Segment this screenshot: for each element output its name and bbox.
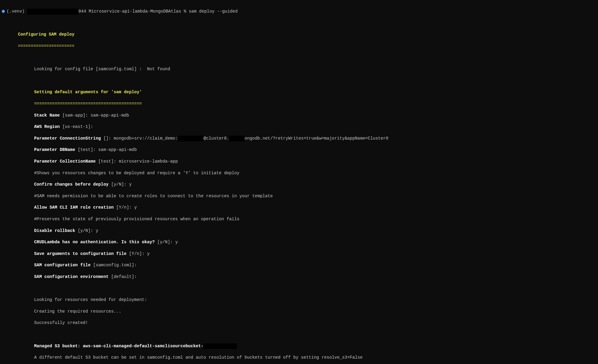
command-executed: sam deploy --guided xyxy=(189,9,238,14)
prompt-line: (.venv) XXXXXXXXXXXXXXXXXXXX044 Microser… xyxy=(2,9,596,14)
comment-line: #Shows you resources changes to be deplo… xyxy=(2,170,596,176)
arg-value: sam-app-api-mdb xyxy=(98,147,137,152)
arg-collection: Parameter CollectionName [test]: microse… xyxy=(2,159,596,164)
redacted-host: XXXXXX xyxy=(229,136,244,141)
arg-aws-region: AWS Region [us-east-1]: xyxy=(2,124,596,130)
arg-default: [sam-app] xyxy=(62,113,85,118)
arg-default: [us-east-1] xyxy=(62,124,90,129)
arg-value-p1: mongodb+srv://claim_demo: xyxy=(114,136,178,141)
prompt-sep: % xyxy=(184,9,186,14)
arg-dbname: Parameter DBName [test]: sam-app-api-mdb xyxy=(2,147,596,153)
arg-label: Stack Name xyxy=(34,113,60,118)
arg-save-args: Save arguments to configuration file [Y/… xyxy=(2,251,596,257)
arg-connection-string: Parameter ConnectionString []: mongodb+s… xyxy=(2,136,596,141)
section-title-setting-defaults: Setting default arguments for 'sam deplo… xyxy=(34,90,142,94)
arg-label: Parameter DBName xyxy=(34,147,75,152)
section-rule: ========================================… xyxy=(34,101,142,106)
arg-value-p2: @cluster0. xyxy=(203,136,229,141)
arg-label: AWS Region xyxy=(34,124,60,129)
comment-line: #Preserves the state of previously provi… xyxy=(2,216,596,222)
arg-default: [] xyxy=(104,136,109,141)
terminal-viewport[interactable]: (.venv) XXXXXXXXXXXXXXXXXXXX044 Microser… xyxy=(0,0,598,364)
managed-s3-bucket-line: Managed S3 bucket: aws-sam-cli-managed-d… xyxy=(2,343,596,349)
arg-sam-config-file: SAM configuration file [samconfig.toml]: xyxy=(2,262,596,268)
arg-iam-role: Allow SAM CLI IAM role creation [Y/n]: y xyxy=(2,205,596,210)
arg-default: [test] xyxy=(98,159,114,164)
bucket-note: A different default S3 bucket can be set… xyxy=(2,355,596,360)
section-title-configuring: Configuring SAM deploy xyxy=(18,32,74,37)
arg-disable-rollback: Disable rollback [y/N]: y xyxy=(2,228,596,234)
arg-confirm-changes: Confirm changes before deploy [y/N]: y xyxy=(2,182,596,187)
arg-stack-name: Stack Name [sam-app]: sam-app-api-mdb xyxy=(2,113,596,118)
arg-label: Parameter CollectionName xyxy=(34,159,96,164)
tab-indicator-icon xyxy=(2,10,5,13)
config-lookup-line: Looking for config file [samconfig.toml]… xyxy=(34,67,170,71)
host-suffix: 044 xyxy=(78,9,86,14)
section-rule: ====================== xyxy=(18,44,74,48)
resource-line: Looking for resources needed for deploym… xyxy=(2,297,596,303)
cwd: Microservice-api-lambda-MongoDBAtlas xyxy=(89,9,181,14)
arg-value: microservice-lambda-app xyxy=(119,159,178,164)
redacted-host: XXXXXXXXXXXXXXXXXXXX xyxy=(27,9,79,14)
arg-value-p3: ongodb.net/?retryWrites=true&w=majority&… xyxy=(245,136,388,141)
redacted-secret: XXXXXXXXXX xyxy=(178,136,204,141)
arg-sam-config-env: SAM configuration environment [default]: xyxy=(2,274,596,280)
arg-label: Parameter ConnectionString xyxy=(34,136,101,141)
resource-line: Creating the required resources... xyxy=(2,309,596,314)
resource-line: Successfully created! xyxy=(2,320,596,326)
comment-line: #SAM needs permission to be able to crea… xyxy=(2,193,596,199)
arg-default: [test] xyxy=(78,147,93,152)
arg-value: sam-app-api-mdb xyxy=(91,113,129,118)
arg-crud-noauth: CRUDLambda has no authentication. Is thi… xyxy=(2,239,596,245)
venv-label: (.venv) xyxy=(7,9,25,14)
